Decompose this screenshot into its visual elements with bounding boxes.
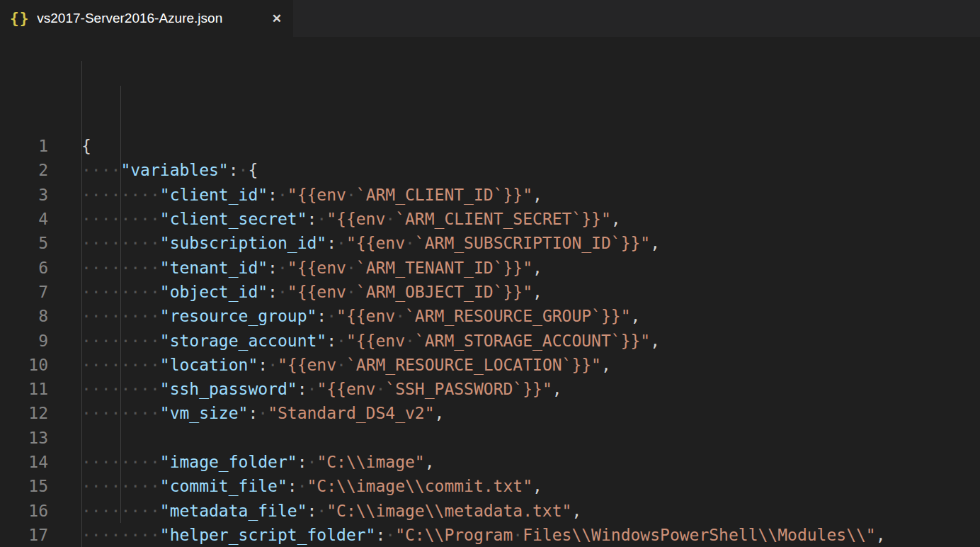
- whitespace-dots: ·: [336, 234, 346, 252]
- code-text[interactable]: ········"storage_account":·"{{env·`ARM_S…: [81, 329, 660, 353]
- code-text[interactable]: ········"resource_group":·"{{env·`ARM_RE…: [81, 304, 640, 328]
- code-text[interactable]: ········"client_id":·"{{env·`ARM_CLIENT_…: [81, 183, 542, 207]
- code-text[interactable]: ········"commit_file":·"C:\\image\\commi…: [81, 474, 542, 498]
- code-line[interactable]: 15········"commit_file":·"C:\\image\\com…: [0, 474, 980, 498]
- code-line[interactable]: 14········"image_folder":·"C:\\image",: [0, 450, 980, 474]
- code-text[interactable]: ········"subscription_id":·"{{env·`ARM_S…: [81, 231, 660, 255]
- code-line[interactable]: 11········"ssh_password":·"{{env·`SSH_PA…: [0, 377, 980, 401]
- whitespace-dots: ········: [81, 283, 160, 301]
- line-number[interactable]: 14: [0, 450, 48, 474]
- code-line[interactable]: 9········"storage_account":·"{{env·`ARM_…: [0, 329, 980, 353]
- whitespace-dots: ········: [81, 453, 160, 471]
- token-p: ,: [611, 210, 621, 228]
- token-s: "{{env: [346, 332, 405, 350]
- code-line[interactable]: 17········"helper_script_folder":·"C:\\P…: [0, 523, 980, 547]
- whitespace-dots: ·: [317, 502, 326, 520]
- whitespace-dots: ·: [268, 356, 278, 374]
- line-number[interactable]: 7: [0, 280, 48, 304]
- whitespace-dots: ·: [395, 307, 405, 325]
- token-s: Files\\WindowsPowerShell\\Modules\\": [523, 526, 876, 544]
- token-s: `ARM_CLIENT_SECRET`}}": [395, 210, 611, 228]
- token-p: ,: [435, 404, 445, 422]
- whitespace-dots: ·: [258, 404, 268, 422]
- token-s: `ARM_OBJECT_ID`}}": [356, 283, 532, 301]
- whitespace-dots: ·: [336, 356, 346, 374]
- code-line[interactable]: 16········"metadata_file":·"C:\\image\\m…: [0, 499, 980, 523]
- line-number[interactable]: 8: [0, 304, 48, 328]
- whitespace-dots: ·: [375, 380, 385, 398]
- code-text[interactable]: ········"vm_size":·"Standard_DS4_v2",: [81, 401, 444, 425]
- code-line[interactable]: 7········"object_id":·"{{env·`ARM_OBJECT…: [0, 280, 980, 304]
- editor-code-area[interactable]: 1{2····"variables":·{3········"client_id…: [0, 37, 980, 547]
- whitespace-dots: ········: [81, 210, 160, 228]
- line-number[interactable]: 9: [0, 329, 48, 353]
- token-k: "image_folder": [160, 453, 297, 471]
- whitespace-dots: ·: [317, 210, 326, 228]
- token-s: "Standard_DS4_v2": [268, 404, 434, 422]
- token-s: "{{env: [326, 210, 385, 228]
- token-s: `ARM_STORAGE_ACCOUNT`}}": [415, 332, 650, 350]
- code-text[interactable]: ········"ssh_password":·"{{env·`SSH_PASS…: [81, 377, 562, 401]
- token-s: "{{env: [336, 307, 395, 325]
- whitespace-dots: ·: [326, 307, 336, 325]
- token-p: :: [287, 477, 297, 495]
- code-text[interactable]: ········"location":·"{{env·`ARM_RESOURCE…: [81, 353, 611, 377]
- line-number[interactable]: 3: [0, 183, 48, 207]
- token-k: "resource_group": [160, 307, 317, 325]
- whitespace-dots: ····: [81, 161, 120, 179]
- token-k: "client_secret": [160, 210, 307, 228]
- code-line[interactable]: 13: [0, 426, 980, 450]
- code-line[interactable]: 5········"subscription_id":·"{{env·`ARM_…: [0, 231, 980, 255]
- code-text[interactable]: ········"image_folder":·"C:\\image",: [81, 450, 435, 474]
- token-p: ,: [631, 307, 641, 325]
- token-s: "C:\\image": [317, 453, 424, 471]
- code-line[interactable]: 6········"tenant_id":·"{{env·`ARM_TENANT…: [0, 256, 980, 280]
- line-number[interactable]: 6: [0, 256, 48, 280]
- whitespace-dots: ········: [81, 186, 160, 204]
- code-text[interactable]: ········"metadata_file":·"C:\\image\\met…: [81, 499, 581, 523]
- line-number[interactable]: 13: [0, 426, 48, 450]
- tab-title: vs2017-Server2016-Azure.json: [37, 11, 222, 26]
- line-number[interactable]: 15: [0, 474, 48, 498]
- token-p: :: [248, 404, 258, 422]
- code-line[interactable]: 10········"location":·"{{env·`ARM_RESOUR…: [0, 353, 980, 377]
- code-text[interactable]: ········"client_secret":·"{{env·`ARM_CLI…: [81, 207, 621, 231]
- token-p: :: [317, 307, 326, 325]
- token-p: ,: [650, 332, 660, 350]
- code-text[interactable]: ········"helper_script_folder":·"C:\\Pro…: [81, 523, 886, 547]
- tab-vs2017-server2016-azure-json[interactable]: {} vs2017-Server2016-Azure.json ✕: [0, 0, 293, 37]
- code-line[interactable]: 12········"vm_size":·"Standard_DS4_v2",: [0, 401, 980, 425]
- whitespace-dots: ·: [346, 186, 356, 204]
- whitespace-dots: ·: [239, 161, 249, 179]
- code-text[interactable]: ····"variables":·{: [81, 158, 258, 182]
- whitespace-dots: ·: [346, 283, 356, 301]
- code-text[interactable]: ········"tenant_id":·"{{env·`ARM_TENANT_…: [81, 256, 542, 280]
- code-line[interactable]: 3········"client_id":·"{{env·`ARM_CLIENT…: [0, 183, 980, 207]
- line-number[interactable]: 17: [0, 523, 48, 547]
- token-p: {: [248, 161, 258, 179]
- token-p: :: [326, 332, 336, 350]
- token-s: "{{env: [287, 283, 346, 301]
- whitespace-dots: ········: [81, 234, 160, 252]
- line-number[interactable]: 16: [0, 499, 48, 523]
- token-s: `ARM_SUBSCRIPTION_ID`}}": [415, 234, 650, 252]
- code-line[interactable]: 8········"resource_group":·"{{env·`ARM_R…: [0, 304, 980, 328]
- token-k: "client_id": [160, 186, 268, 204]
- line-number[interactable]: 11: [0, 377, 48, 401]
- line-number[interactable]: 1: [0, 134, 48, 158]
- line-number[interactable]: 5: [0, 231, 48, 255]
- whitespace-dots: ·: [405, 234, 415, 252]
- code-text[interactable]: {: [81, 134, 91, 158]
- token-p: :: [268, 259, 278, 277]
- code-line[interactable]: 2····"variables":·{: [0, 158, 980, 182]
- code-text[interactable]: ········"object_id":·"{{env·`ARM_OBJECT_…: [81, 280, 542, 304]
- code-line[interactable]: 1{: [0, 134, 980, 158]
- token-k: "variables": [120, 161, 228, 179]
- token-k: "tenant_id": [160, 259, 268, 277]
- line-number[interactable]: 4: [0, 207, 48, 231]
- code-line[interactable]: 4········"client_secret":·"{{env·`ARM_CL…: [0, 207, 980, 231]
- line-number[interactable]: 10: [0, 353, 48, 377]
- line-number[interactable]: 2: [0, 158, 48, 182]
- close-icon[interactable]: ✕: [272, 13, 282, 25]
- line-number[interactable]: 12: [0, 401, 48, 425]
